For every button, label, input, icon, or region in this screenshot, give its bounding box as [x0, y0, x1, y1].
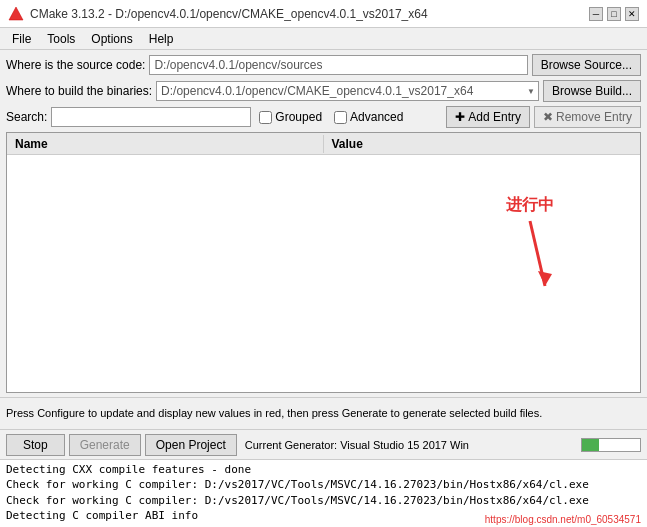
plus-icon: ✚	[455, 110, 465, 124]
search-input[interactable]	[51, 107, 251, 127]
add-entry-label: Add Entry	[468, 110, 521, 124]
build-label: Where to build the binaries:	[6, 84, 152, 98]
status-area: Press Configure to update and display ne…	[0, 397, 647, 429]
open-project-button[interactable]: Open Project	[145, 434, 237, 456]
build-row: Where to build the binaries: D:/opencv4.…	[6, 80, 641, 102]
grouped-label: Grouped	[275, 110, 322, 124]
title-bar: CMake 3.13.2 - D:/opencv4.0.1/opencv/CMA…	[0, 0, 647, 28]
advanced-checkbox-label[interactable]: Advanced	[334, 110, 403, 124]
table-area: Name Value 进行中	[6, 132, 641, 393]
close-button[interactable]: ✕	[625, 7, 639, 21]
checkbox-group: Grouped Advanced	[259, 110, 403, 124]
window-controls[interactable]: ─ □ ✕	[589, 7, 639, 21]
progress-bar-container	[581, 438, 641, 452]
remove-icon: ✖	[543, 110, 553, 124]
build-path-select[interactable]: D:/opencv4.0.1/opencv/CMAKE_opencv4.0.1_…	[156, 81, 539, 101]
menu-tools[interactable]: Tools	[39, 30, 83, 48]
annotation-text: 进行中	[506, 195, 554, 216]
browse-source-button[interactable]: Browse Source...	[532, 54, 641, 76]
watermark: https://blog.csdn.net/m0_60534571	[485, 514, 641, 525]
annotation-arrow	[500, 216, 560, 296]
svg-marker-0	[9, 7, 23, 20]
search-label: Search:	[6, 110, 47, 124]
status-text: Press Configure to update and display ne…	[6, 406, 542, 420]
cmake-icon	[8, 6, 24, 22]
log-area: Detecting CXX compile features - done Ch…	[0, 459, 647, 527]
log-line-1: Check for working C compiler: D:/vs2017/…	[6, 477, 641, 492]
main-content: Where is the source code: Browse Source.…	[0, 50, 647, 397]
menu-file[interactable]: File	[4, 30, 39, 48]
advanced-checkbox[interactable]	[334, 111, 347, 124]
remove-entry-label: Remove Entry	[556, 110, 632, 124]
menu-help[interactable]: Help	[141, 30, 182, 48]
annotation-container: 进行中	[500, 195, 560, 296]
col-value-header: Value	[324, 135, 641, 153]
source-input[interactable]	[149, 55, 527, 75]
col-name-header: Name	[7, 135, 324, 153]
log-line-0: Detecting CXX compile features - done	[6, 462, 641, 477]
maximize-button[interactable]: □	[607, 7, 621, 21]
source-row: Where is the source code: Browse Source.…	[6, 54, 641, 76]
source-label: Where is the source code:	[6, 58, 145, 72]
table-body: 进行中	[7, 155, 640, 392]
advanced-label: Advanced	[350, 110, 403, 124]
table-header: Name Value	[7, 133, 640, 155]
grouped-checkbox[interactable]	[259, 111, 272, 124]
bottom-buttons: Stop Generate Open Project Current Gener…	[0, 429, 647, 459]
browse-build-button[interactable]: Browse Build...	[543, 80, 641, 102]
current-generator-text: Current Generator: Visual Studio 15 2017…	[245, 439, 573, 451]
search-row: Search: Grouped Advanced ✚ Add Entry ✖ R…	[6, 106, 641, 128]
grouped-checkbox-label[interactable]: Grouped	[259, 110, 322, 124]
remove-entry-button[interactable]: ✖ Remove Entry	[534, 106, 641, 128]
generate-button[interactable]: Generate	[69, 434, 141, 456]
stop-button[interactable]: Stop	[6, 434, 65, 456]
minimize-button[interactable]: ─	[589, 7, 603, 21]
window-title: CMake 3.13.2 - D:/opencv4.0.1/opencv/CMA…	[30, 7, 589, 21]
add-entry-button[interactable]: ✚ Add Entry	[446, 106, 530, 128]
progress-bar-fill	[582, 439, 599, 451]
menu-options[interactable]: Options	[83, 30, 140, 48]
svg-marker-2	[538, 271, 552, 286]
log-line-2: Check for working C compiler: D:/vs2017/…	[6, 493, 641, 508]
menu-bar: File Tools Options Help	[0, 28, 647, 50]
